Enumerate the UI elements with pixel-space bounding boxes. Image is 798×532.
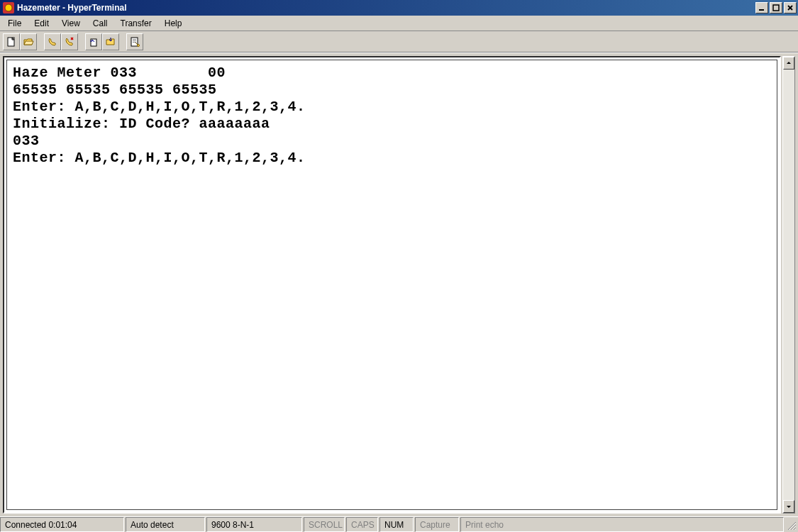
close-button[interactable] xyxy=(784,2,797,13)
svg-rect-6 xyxy=(133,39,136,40)
svg-rect-1 xyxy=(759,9,764,11)
status-scroll: SCROLL xyxy=(304,517,345,532)
properties-button[interactable] xyxy=(126,33,143,50)
menubar: File Edit View Call Transfer Help xyxy=(0,16,798,31)
send-button[interactable] xyxy=(85,33,102,50)
status-capture: Capture xyxy=(415,517,459,532)
svg-point-0 xyxy=(5,4,12,11)
svg-rect-2 xyxy=(773,5,779,11)
menu-call[interactable]: Call xyxy=(87,17,114,30)
receive-button[interactable] xyxy=(102,33,119,50)
menu-view[interactable]: View xyxy=(55,17,87,30)
statusbar: Connected 0:01:04 Auto detect 9600 8-N-1… xyxy=(0,516,798,532)
svg-point-9 xyxy=(138,44,140,46)
call-icon xyxy=(47,36,58,48)
call-button[interactable] xyxy=(44,33,61,50)
chevron-down-icon xyxy=(786,504,792,509)
menu-file[interactable]: File xyxy=(1,17,28,30)
status-printecho: Print echo xyxy=(460,517,784,532)
window-title: Hazemeter - HyperTerminal xyxy=(17,3,754,13)
properties-icon xyxy=(129,36,140,48)
send-icon xyxy=(88,36,99,48)
svg-rect-4 xyxy=(91,39,96,46)
chevron-up-icon xyxy=(786,60,792,66)
svg-rect-7 xyxy=(133,40,136,41)
resize-grip[interactable] xyxy=(785,517,798,532)
hangup-icon xyxy=(64,36,75,48)
status-connected: Connected 0:01:04 xyxy=(0,517,124,532)
app-icon xyxy=(3,2,14,13)
menu-transfer[interactable]: Transfer xyxy=(114,17,158,30)
titlebar: Hazemeter - HyperTerminal xyxy=(0,0,798,16)
scroll-up-button[interactable] xyxy=(783,57,794,70)
minimize-button[interactable] xyxy=(755,2,768,13)
open-file-icon xyxy=(23,36,34,48)
status-port: 9600 8-N-1 xyxy=(206,517,302,532)
terminal-output[interactable]: Haze Meter 033 00 65535 65535 65535 6553… xyxy=(7,60,777,171)
status-autodetect: Auto detect xyxy=(126,517,205,532)
toolbar xyxy=(0,31,798,52)
new-file-icon xyxy=(6,36,17,48)
maximize-button[interactable] xyxy=(770,2,782,13)
open-file-button[interactable] xyxy=(20,33,37,50)
new-file-button[interactable] xyxy=(3,33,20,50)
main-frame: Haze Meter 033 00 65535 65535 65535 6553… xyxy=(0,52,798,516)
menu-edit[interactable]: Edit xyxy=(28,17,55,30)
scroll-track[interactable] xyxy=(783,70,794,500)
hangup-button[interactable] xyxy=(61,33,78,50)
status-caps: CAPS xyxy=(346,517,378,532)
vertical-scrollbar[interactable] xyxy=(782,56,795,514)
terminal-frame: Haze Meter 033 00 65535 65535 65535 6553… xyxy=(3,56,781,514)
menu-help[interactable]: Help xyxy=(158,17,189,30)
window-buttons xyxy=(754,2,797,13)
grip-icon xyxy=(787,521,797,531)
scroll-down-button[interactable] xyxy=(783,500,794,513)
receive-icon xyxy=(105,36,116,48)
status-num: NUM xyxy=(379,517,414,532)
